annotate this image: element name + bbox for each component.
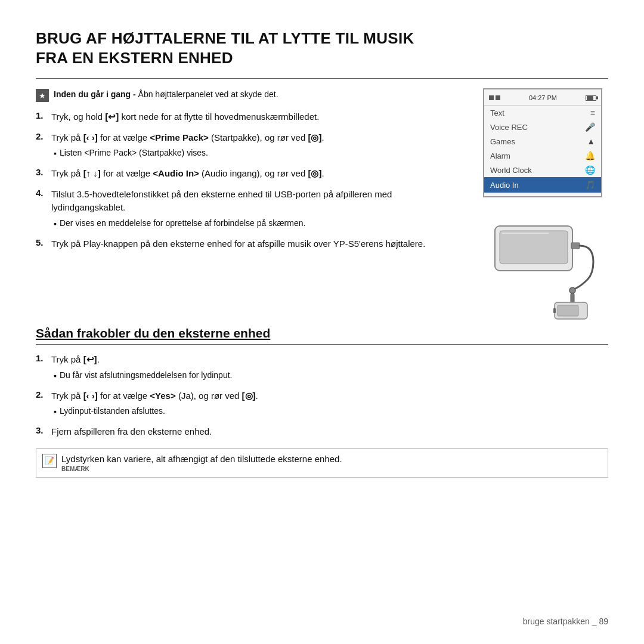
svg-rect-8 <box>553 308 556 313</box>
note-icon: 📝 <box>42 454 57 468</box>
step-1-num: 1. <box>36 110 48 124</box>
step2-2-content: Tryk på [‹ ›] for at vælge <Yes> (Ja), o… <box>51 389 258 419</box>
step-2-sub: Listen <Prime Pack> (Startpakke) vises. <box>54 147 324 160</box>
screen-menu-alarm: Alarm 🔔 <box>484 148 601 163</box>
step-1: 1. Tryk, og hold [↩] kort nede for at fl… <box>36 110 466 124</box>
bottom-note-content: Lydstyrken kan variere, alt afhængigt af… <box>61 454 342 472</box>
step-2: 2. Tryk på [‹ ›] for at vælge <Prime Pac… <box>36 131 466 160</box>
step2-2-num: 2. <box>36 389 48 419</box>
screen-menu-worldclock: World Clock 🌐 <box>484 163 601 177</box>
footer-text: bruge startpakken _ 89 <box>523 617 608 626</box>
intro-note: ★ Inden du går i gang - Åbn højttalerpan… <box>36 88 466 102</box>
step-3-content: Tryk på [↑ ↓] for at vælge <Audio In> (A… <box>51 167 324 181</box>
step-1-content: Tryk, og hold [↩] kort nede for at flytt… <box>51 110 319 124</box>
title-divider <box>36 78 608 79</box>
screen-menu-text: Text ≡ <box>484 106 601 120</box>
step2-3-num: 3. <box>36 425 48 439</box>
step-3: 3. Tryk på [↑ ↓] for at vælge <Audio In>… <box>36 167 466 181</box>
intro-note-text: Inden du går i gang - Åbn højttalerpanel… <box>54 88 278 100</box>
screen-menu-voicerec: Voice REC 🎤 <box>484 120 601 134</box>
section2-title: Sådan frakobler du den eksterne enhed <box>36 326 608 340</box>
step2-1-num: 1. <box>36 353 48 382</box>
screen-menu-audioin: Audio In 🎵 <box>484 177 601 193</box>
step2-1-sub: Du får vist afslutningsmeddelelsen for l… <box>54 369 232 382</box>
cable-svg <box>483 214 602 321</box>
intro-note-rest: Åbn højttalerpanelet ved at skyde det. <box>136 89 278 99</box>
left-column: ★ Inden du går i gang - Åbn højttalerpan… <box>36 88 466 309</box>
screen-header: 04:27 PM <box>484 93 601 106</box>
screen-menu-games: Games ▲ <box>484 134 601 148</box>
step2-3-content: Fjern afspilleren fra den eksterne enhed… <box>51 425 212 439</box>
audioin-icon: 🎵 <box>585 180 595 190</box>
screen-time: 04:27 PM <box>529 94 557 101</box>
voicerec-icon: 🎤 <box>585 122 595 132</box>
page: BRUG AF HØJTTALERNE TIL AT LYTTE TIL MUS… <box>0 0 644 644</box>
right-column: 04:27 PM Text ≡ Voice REC 🎤 Games ▲ <box>483 88 608 309</box>
svg-rect-1 <box>500 231 568 264</box>
step-4-sub: Der vises en meddelelse for oprettelse a… <box>54 217 466 230</box>
step-2-num: 2. <box>36 131 48 160</box>
section2-divider <box>36 344 608 345</box>
step2-2-sub: Lydinput-tilstanden afsluttes. <box>54 405 258 418</box>
section-2: Sådan frakobler du den eksterne enhed 1.… <box>36 326 608 478</box>
step-5-content: Tryk på Play-knappen på den eksterne enh… <box>51 237 425 251</box>
worldclock-icon: 🌐 <box>585 165 595 175</box>
device-screen: 04:27 PM Text ≡ Voice REC 🎤 Games ▲ <box>483 88 602 197</box>
step-5: 5. Tryk på Play-knappen på den eksterne … <box>36 237 466 251</box>
step2-1: 1. Tryk på [↩]. Du får vist afslutningsm… <box>36 353 608 382</box>
bottom-note-text: Lydstyrken kan variere, alt afhængigt af… <box>61 454 342 464</box>
games-icon: ▲ <box>587 137 595 146</box>
svg-rect-7 <box>558 305 578 316</box>
step-2-content: Tryk på [‹ ›] for at vælge <Prime Pack> … <box>51 131 324 160</box>
alarm-icon: 🔔 <box>585 151 595 160</box>
intro-note-bold: Inden du går i gang - <box>54 89 136 99</box>
svg-point-4 <box>569 287 575 293</box>
step-5-num: 5. <box>36 237 48 251</box>
battery-icon <box>586 95 596 101</box>
bemærk-label: BEMÆRK <box>61 466 342 472</box>
step-4-num: 4. <box>36 188 48 230</box>
content-area: ★ Inden du går i gang - Åbn højttalerpan… <box>36 88 608 309</box>
step-4-content: Tilslut 3.5-hovedtelefonstikket på den e… <box>51 188 466 230</box>
step2-1-content: Tryk på [↩]. Du får vist afslutningsmedd… <box>51 353 232 382</box>
step-3-num: 3. <box>36 167 48 181</box>
step2-2: 2. Tryk på [‹ ›] for at vælge <Yes> (Ja)… <box>36 389 608 419</box>
page-footer: bruge startpakken _ 89 <box>523 617 608 626</box>
text-icon: ≡ <box>590 108 595 117</box>
step2-3: 3. Fjern afspilleren fra den eksterne en… <box>36 425 608 439</box>
main-title: BRUG AF HØJTTALERNE TIL AT LYTTE TIL MUS… <box>36 29 608 67</box>
bottom-note-box: 📝 Lydstyrken kan variere, alt afhængigt … <box>36 448 608 478</box>
device-illustration <box>483 214 602 309</box>
svg-rect-3 <box>571 243 580 249</box>
step-4: 4. Tilslut 3.5-hovedtelefonstikket på de… <box>36 188 466 230</box>
star-icon: ★ <box>36 89 49 102</box>
